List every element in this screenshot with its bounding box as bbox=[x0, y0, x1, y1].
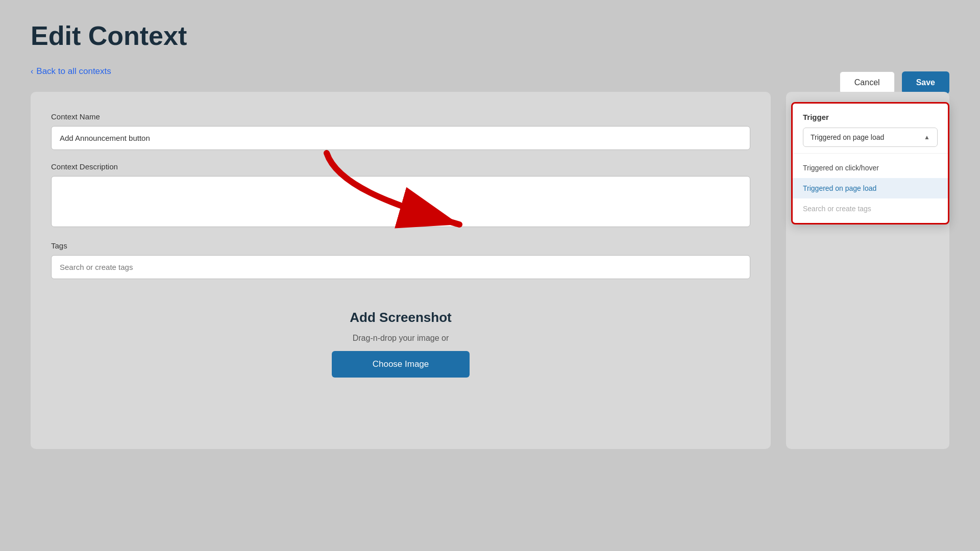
choose-image-button[interactable]: Choose Image bbox=[332, 351, 470, 378]
trigger-option-click-hover[interactable]: Triggered on click/hover bbox=[793, 158, 948, 178]
context-name-input[interactable] bbox=[51, 126, 750, 150]
trigger-label: Trigger bbox=[803, 113, 938, 121]
page-wrapper: Edit Context ‹ Back to all contexts Canc… bbox=[0, 0, 980, 551]
tags-input-row bbox=[51, 255, 750, 279]
trigger-popup: Trigger Triggered on page load ▲ Trigger… bbox=[791, 102, 949, 224]
chevron-left-icon: ‹ bbox=[31, 67, 33, 76]
form-section: Context Name Context Description Tags Ad… bbox=[31, 92, 771, 449]
trigger-options-list: Triggered on click/hover Triggered on pa… bbox=[793, 154, 948, 223]
back-link[interactable]: ‹ Back to all contexts bbox=[31, 66, 949, 77]
screenshot-subtitle: Drag-n-drop your image or bbox=[353, 334, 449, 343]
top-actions: Cancel Save bbox=[840, 71, 949, 94]
context-description-label: Context Description bbox=[51, 162, 750, 171]
context-description-input[interactable] bbox=[51, 176, 750, 227]
tags-field-group: Tags bbox=[51, 241, 750, 279]
screenshot-section: Add Screenshot Drag-n-drop your image or… bbox=[51, 310, 750, 378]
trigger-header: Trigger Triggered on page load ▲ bbox=[793, 104, 948, 154]
save-button[interactable]: Save bbox=[902, 71, 949, 94]
trigger-option-dimmed: Search or create tags bbox=[793, 198, 948, 219]
cancel-button[interactable]: Cancel bbox=[840, 71, 895, 94]
page-title: Edit Context bbox=[31, 20, 949, 51]
trigger-selected-text: Triggered on page load bbox=[811, 133, 884, 141]
chevron-up-icon: ▲ bbox=[924, 134, 930, 141]
context-description-field-group: Context Description bbox=[51, 162, 750, 241]
tags-input[interactable] bbox=[51, 255, 750, 279]
tags-label: Tags bbox=[51, 241, 750, 250]
context-name-label: Context Name bbox=[51, 112, 750, 121]
screenshot-title: Add Screenshot bbox=[350, 310, 451, 325]
back-link-text: Back to all contexts bbox=[36, 66, 111, 77]
trigger-option-page-load[interactable]: Triggered on page load bbox=[793, 178, 948, 198]
context-name-field-group: Context Name bbox=[51, 112, 750, 162]
trigger-selected-value[interactable]: Triggered on page load ▲ bbox=[803, 128, 938, 147]
